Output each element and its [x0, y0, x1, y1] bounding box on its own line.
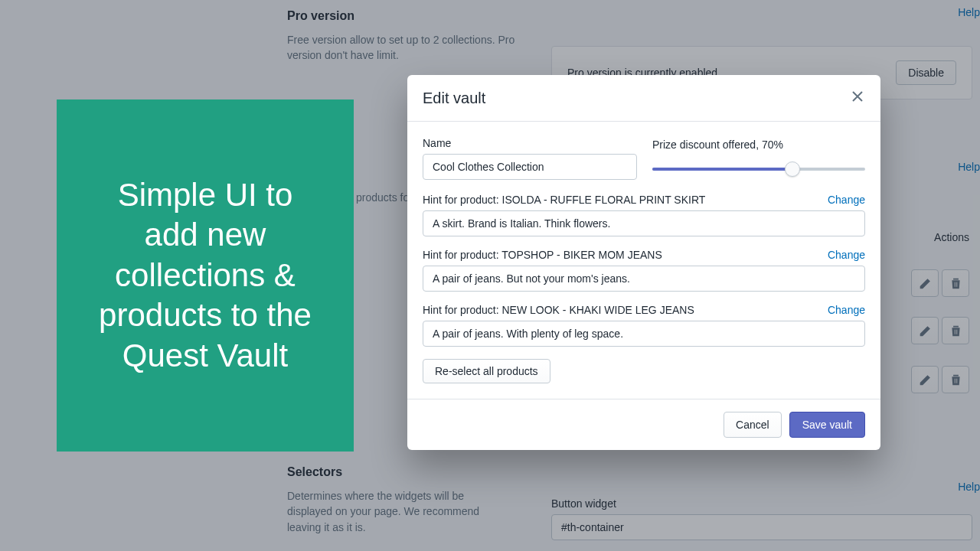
- button-widget-input[interactable]: [551, 514, 972, 540]
- vault-name-input[interactable]: [423, 154, 637, 180]
- product-hint: Hint for product: TOPSHOP - BIKER MOM JE…: [423, 249, 865, 292]
- slider-thumb[interactable]: [785, 161, 800, 177]
- trash-icon: [949, 277, 962, 290]
- save-vault-button[interactable]: Save vault: [789, 412, 865, 438]
- pencil-icon: [919, 373, 932, 386]
- edit-vault-modal: Edit vault Name Prize discount offered, …: [407, 75, 880, 450]
- change-product-link[interactable]: Change: [828, 194, 865, 206]
- edit-button[interactable]: [911, 317, 939, 344]
- hint-label: Hint for product: TOPSHOP - BIKER MOM JE…: [423, 249, 662, 261]
- hint-label: Hint for product: NEW LOOK - KHAKI WIDE …: [423, 304, 694, 316]
- pencil-icon: [919, 277, 932, 290]
- change-product-link[interactable]: Change: [828, 304, 865, 316]
- table-row-actions: [911, 366, 969, 393]
- hint-input[interactable]: [423, 321, 865, 347]
- help-link[interactable]: Help: [958, 481, 980, 493]
- discount-slider[interactable]: [652, 168, 865, 171]
- delete-button[interactable]: [942, 366, 969, 393]
- actions-column-header: Actions: [934, 231, 969, 243]
- button-widget-label: Button widget: [551, 497, 972, 510]
- hint-input[interactable]: [423, 210, 865, 236]
- cancel-button[interactable]: Cancel: [724, 412, 782, 438]
- trash-icon: [949, 373, 962, 386]
- hint-label: Hint for product: ISOLDA - RUFFLE FLORAL…: [423, 194, 705, 206]
- edit-button[interactable]: [911, 269, 939, 297]
- product-hint: Hint for product: ISOLDA - RUFFLE FLORAL…: [423, 194, 865, 236]
- delete-button[interactable]: [942, 269, 969, 297]
- delete-button[interactable]: [942, 317, 969, 344]
- modal-body: Name Prize discount offered, 70% Hint fo…: [407, 122, 880, 399]
- modal-title: Edit vault: [423, 90, 485, 107]
- close-button[interactable]: [850, 89, 865, 107]
- pencil-icon: [919, 324, 932, 337]
- selectors-desc: Determines where the widgets will be dis…: [287, 488, 501, 535]
- product-hint: Hint for product: NEW LOOK - KHAKI WIDE …: [423, 304, 865, 347]
- edit-button[interactable]: [911, 366, 939, 393]
- name-label: Name: [423, 137, 637, 149]
- help-link[interactable]: Help: [958, 6, 980, 18]
- trash-icon: [949, 324, 962, 337]
- pro-version-desc: Free version allow to set up to 2 collec…: [287, 32, 540, 64]
- discount-field: Prize discount offered, 70%: [652, 137, 865, 180]
- reselect-products-button[interactable]: Re-select all products: [423, 359, 550, 383]
- help-link[interactable]: Help: [958, 161, 980, 173]
- button-widget-field: Button widget: [551, 497, 972, 540]
- disable-button[interactable]: Disable: [896, 60, 956, 85]
- change-product-link[interactable]: Change: [828, 249, 865, 261]
- row-fragment: products fo: [356, 191, 409, 204]
- modal-header: Edit vault: [407, 75, 880, 122]
- modal-footer: Cancel Save vault: [407, 399, 880, 450]
- feature-callout: Simple UI to add new collections & produ…: [57, 99, 354, 452]
- discount-label: Prize discount offered, 70%: [652, 139, 865, 151]
- callout-text: Simple UI to add new collections & produ…: [87, 175, 323, 377]
- selectors-section: Selectors Determines where the widgets w…: [287, 465, 501, 535]
- table-row-actions: [911, 269, 969, 297]
- hint-input[interactable]: [423, 266, 865, 292]
- close-icon: [850, 89, 865, 104]
- pro-version-title: Pro version: [287, 9, 540, 23]
- slider-fill: [652, 168, 792, 171]
- table-row-actions: [911, 317, 969, 344]
- selectors-title: Selectors: [287, 465, 501, 479]
